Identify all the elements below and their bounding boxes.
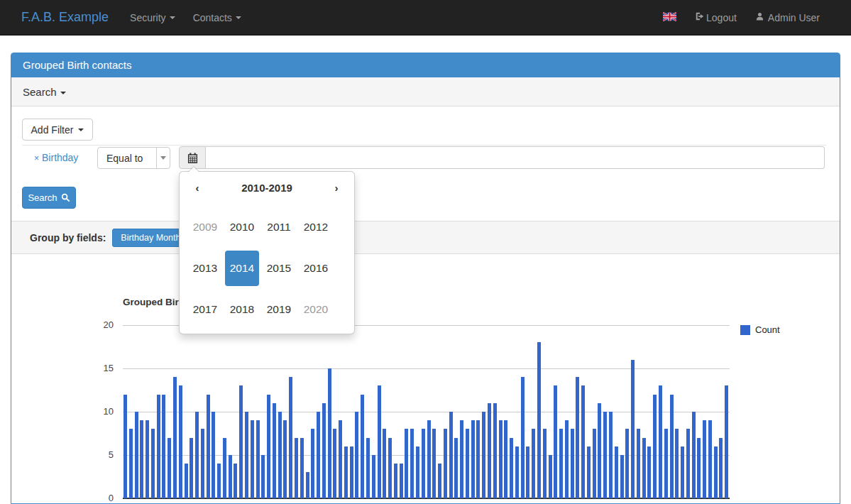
bar[interactable]	[201, 429, 204, 498]
bar[interactable]	[466, 429, 469, 498]
bar[interactable]	[703, 420, 706, 498]
bar[interactable]	[123, 395, 127, 498]
bar[interactable]	[714, 447, 718, 498]
bar[interactable]	[637, 429, 640, 498]
bar[interactable]	[537, 342, 541, 498]
bar[interactable]	[625, 429, 629, 498]
bar[interactable]	[482, 412, 485, 498]
bar[interactable]	[306, 472, 309, 498]
bar[interactable]	[146, 420, 149, 498]
brand-link[interactable]: F.A.B. Example	[21, 10, 109, 25]
bar[interactable]	[162, 395, 165, 498]
bar[interactable]	[267, 395, 270, 498]
bar[interactable]	[311, 429, 314, 498]
bar[interactable]	[339, 420, 342, 498]
bar[interactable]	[692, 412, 696, 498]
prev-decade-button[interactable]: ‹	[187, 182, 208, 194]
bar[interactable]	[273, 403, 276, 498]
bar[interactable]	[565, 420, 569, 498]
bar[interactable]	[504, 420, 507, 498]
select-arrow[interactable]	[156, 148, 170, 168]
bar[interactable]	[593, 429, 596, 498]
year-cell-2010[interactable]: 2010	[225, 209, 259, 245]
bar[interactable]	[350, 447, 353, 498]
bar[interactable]	[543, 429, 547, 498]
bar[interactable]	[432, 429, 436, 498]
bar[interactable]	[245, 412, 248, 498]
bar[interactable]	[532, 429, 535, 498]
bar[interactable]	[344, 447, 348, 498]
year-cell-2020[interactable]: 2020	[299, 292, 333, 327]
bar[interactable]	[675, 429, 679, 498]
year-cell-2016[interactable]: 2016	[299, 251, 333, 286]
bar[interactable]	[559, 429, 563, 498]
bar[interactable]	[598, 403, 601, 498]
bar[interactable]	[659, 385, 662, 498]
add-filter-button[interactable]: Add Filter	[22, 119, 93, 141]
bar[interactable]	[217, 464, 221, 498]
bar[interactable]	[322, 403, 326, 498]
bar[interactable]	[212, 412, 215, 498]
bar[interactable]	[416, 447, 419, 498]
bar[interactable]	[223, 438, 226, 498]
bar[interactable]	[383, 429, 386, 498]
bar[interactable]	[620, 455, 624, 498]
bar[interactable]	[653, 395, 657, 498]
next-decade-button[interactable]: ›	[326, 182, 347, 194]
bar[interactable]	[256, 420, 260, 498]
filter-operator-select[interactable]: Equal to	[97, 147, 170, 169]
bar[interactable]	[295, 438, 298, 498]
bar[interactable]	[576, 377, 579, 498]
year-cell-2011[interactable]: 2011	[262, 209, 296, 245]
bar[interactable]	[664, 429, 668, 498]
bar[interactable]	[179, 385, 182, 498]
search-accordion-toggle[interactable]: Search	[11, 77, 840, 106]
bar[interactable]	[229, 455, 232, 498]
bar[interactable]	[708, 420, 712, 498]
bar[interactable]	[410, 429, 414, 498]
bar[interactable]	[581, 385, 585, 498]
bar[interactable]	[405, 429, 408, 498]
bar[interactable]	[278, 412, 282, 498]
bar[interactable]	[587, 447, 591, 498]
year-cell-2009[interactable]: 2009	[188, 209, 222, 245]
bar[interactable]	[168, 438, 171, 498]
bar[interactable]	[725, 385, 728, 498]
bar[interactable]	[427, 420, 431, 498]
bar[interactable]	[609, 412, 613, 498]
bar[interactable]	[642, 438, 646, 498]
bar[interactable]	[571, 429, 574, 498]
bar[interactable]	[438, 464, 441, 498]
bar[interactable]	[173, 377, 177, 498]
bar[interactable]	[157, 395, 160, 498]
logout-button[interactable]: Logout	[695, 11, 737, 23]
bar[interactable]	[234, 464, 237, 498]
bar[interactable]	[333, 429, 336, 498]
bar[interactable]	[460, 420, 463, 498]
nav-item-contacts[interactable]: Contacts	[182, 12, 252, 23]
bar[interactable]	[631, 360, 635, 498]
bar[interactable]	[388, 438, 392, 498]
bar[interactable]	[328, 368, 331, 498]
bar[interactable]	[471, 420, 475, 498]
bar[interactable]	[499, 420, 503, 498]
bar[interactable]	[493, 403, 497, 498]
year-cell-2018[interactable]: 2018	[225, 292, 259, 327]
bar[interactable]	[526, 447, 529, 498]
bar[interactable]	[239, 385, 243, 498]
bar[interactable]	[355, 412, 358, 498]
bar[interactable]	[283, 420, 287, 498]
bar[interactable]	[289, 377, 292, 498]
bar[interactable]	[603, 412, 607, 498]
remove-filter-birthday-link[interactable]: ×Birthday	[34, 147, 78, 169]
nav-item-security[interactable]: Security	[130, 12, 175, 23]
bar[interactable]	[207, 395, 210, 498]
year-cell-2014[interactable]: 2014	[225, 251, 259, 286]
decade-range-label[interactable]: 2010-2019	[208, 182, 326, 194]
bar[interactable]	[378, 385, 381, 498]
year-cell-2012[interactable]: 2012	[299, 209, 333, 245]
uk-flag-icon[interactable]	[663, 11, 676, 24]
year-cell-2017[interactable]: 2017	[188, 292, 222, 327]
remove-filter-icon[interactable]: ×	[34, 153, 39, 163]
bar[interactable]	[549, 455, 552, 498]
